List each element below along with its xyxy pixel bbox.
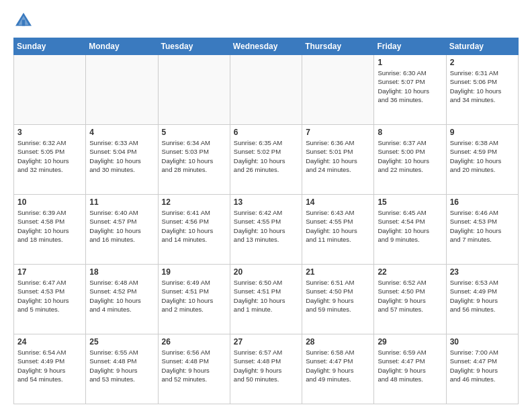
day-info: Sunrise: 6:59 AM Sunset: 4:47 PM Dayligh… <box>378 348 442 383</box>
day-info: Sunrise: 6:30 AM Sunset: 5:07 PM Dayligh… <box>378 68 442 104</box>
day-cell-26: 26Sunrise: 6:56 AM Sunset: 4:48 PM Dayli… <box>158 334 230 404</box>
day-number: 14 <box>306 197 370 207</box>
day-info: Sunrise: 6:45 AM Sunset: 4:54 PM Dayligh… <box>378 208 442 244</box>
day-number: 7 <box>306 128 370 137</box>
day-info: Sunrise: 6:41 AM Sunset: 4:56 PM Dayligh… <box>162 208 226 244</box>
day-info: Sunrise: 6:33 AM Sunset: 5:04 PM Dayligh… <box>89 138 154 174</box>
weekday-header-sunday: Sunday <box>14 38 86 55</box>
weekday-header-friday: Friday <box>374 38 446 55</box>
day-cell-10: 10Sunrise: 6:39 AM Sunset: 4:58 PM Dayli… <box>14 195 86 265</box>
day-cell-13: 13Sunrise: 6:42 AM Sunset: 4:55 PM Dayli… <box>230 195 302 265</box>
day-info: Sunrise: 6:58 AM Sunset: 4:47 PM Dayligh… <box>306 348 370 383</box>
day-cell-20: 20Sunrise: 6:50 AM Sunset: 4:51 PM Dayli… <box>230 265 302 334</box>
day-cell-28: 28Sunrise: 6:58 AM Sunset: 4:47 PM Dayli… <box>302 334 374 404</box>
day-cell-6: 6Sunrise: 6:35 AM Sunset: 5:02 PM Daylig… <box>230 125 302 195</box>
day-info: Sunrise: 6:47 AM Sunset: 4:53 PM Dayligh… <box>17 278 82 314</box>
day-number: 5 <box>162 128 226 137</box>
empty-cell <box>14 55 86 125</box>
weekday-header-monday: Monday <box>86 38 158 55</box>
day-number: 17 <box>17 267 82 277</box>
day-number: 28 <box>306 337 370 347</box>
week-row-1: 1Sunrise: 6:30 AM Sunset: 5:07 PM Daylig… <box>14 55 519 125</box>
week-row-2: 3Sunrise: 6:32 AM Sunset: 5:05 PM Daylig… <box>14 125 519 195</box>
day-cell-19: 19Sunrise: 6:49 AM Sunset: 4:51 PM Dayli… <box>158 265 230 334</box>
day-cell-27: 27Sunrise: 6:57 AM Sunset: 4:48 PM Dayli… <box>230 334 302 404</box>
day-cell-24: 24Sunrise: 6:54 AM Sunset: 4:49 PM Dayli… <box>14 334 86 404</box>
day-number: 20 <box>234 267 298 277</box>
weekday-header-tuesday: Tuesday <box>158 38 230 55</box>
day-number: 6 <box>234 128 298 137</box>
logo-icon <box>13 11 34 31</box>
day-number: 9 <box>450 128 515 137</box>
day-info: Sunrise: 6:39 AM Sunset: 4:58 PM Dayligh… <box>17 208 82 244</box>
day-info: Sunrise: 6:35 AM Sunset: 5:02 PM Dayligh… <box>234 138 298 174</box>
day-info: Sunrise: 6:56 AM Sunset: 4:48 PM Dayligh… <box>162 348 226 383</box>
day-cell-29: 29Sunrise: 6:59 AM Sunset: 4:47 PM Dayli… <box>374 334 446 404</box>
day-cell-22: 22Sunrise: 6:52 AM Sunset: 4:50 PM Dayli… <box>374 265 446 334</box>
day-info: Sunrise: 6:51 AM Sunset: 4:50 PM Dayligh… <box>306 278 370 314</box>
day-info: Sunrise: 6:38 AM Sunset: 4:59 PM Dayligh… <box>450 138 515 174</box>
weekday-header-saturday: Saturday <box>446 38 518 55</box>
day-info: Sunrise: 6:48 AM Sunset: 4:52 PM Dayligh… <box>89 278 154 314</box>
day-number: 1 <box>378 58 442 67</box>
week-row-3: 10Sunrise: 6:39 AM Sunset: 4:58 PM Dayli… <box>14 195 519 265</box>
day-info: Sunrise: 6:34 AM Sunset: 5:03 PM Dayligh… <box>162 138 226 174</box>
day-number: 12 <box>162 197 226 207</box>
day-number: 19 <box>162 267 226 277</box>
day-number: 26 <box>162 337 226 347</box>
day-number: 2 <box>450 58 515 67</box>
day-number: 3 <box>17 128 82 137</box>
empty-cell <box>86 55 158 125</box>
day-cell-17: 17Sunrise: 6:47 AM Sunset: 4:53 PM Dayli… <box>14 265 86 334</box>
day-number: 11 <box>89 197 154 207</box>
day-cell-30: 30Sunrise: 7:00 AM Sunset: 4:47 PM Dayli… <box>446 334 518 404</box>
day-number: 25 <box>89 337 154 347</box>
day-number: 10 <box>17 197 82 207</box>
day-cell-9: 9Sunrise: 6:38 AM Sunset: 4:59 PM Daylig… <box>446 125 518 195</box>
weekday-header-thursday: Thursday <box>302 38 374 55</box>
day-number: 23 <box>450 267 515 277</box>
day-number: 29 <box>378 337 442 347</box>
day-number: 15 <box>378 197 442 207</box>
weekday-header-row: SundayMondayTuesdayWednesdayThursdayFrid… <box>14 38 519 55</box>
week-row-5: 24Sunrise: 6:54 AM Sunset: 4:49 PM Dayli… <box>14 334 519 404</box>
day-info: Sunrise: 6:53 AM Sunset: 4:49 PM Dayligh… <box>450 278 515 314</box>
day-info: Sunrise: 6:36 AM Sunset: 5:01 PM Dayligh… <box>306 138 370 174</box>
day-info: Sunrise: 6:46 AM Sunset: 4:53 PM Dayligh… <box>450 208 515 244</box>
day-cell-12: 12Sunrise: 6:41 AM Sunset: 4:56 PM Dayli… <box>158 195 230 265</box>
calendar-table: SundayMondayTuesdayWednesdayThursdayFrid… <box>13 38 519 404</box>
day-info: Sunrise: 6:32 AM Sunset: 5:05 PM Dayligh… <box>17 138 82 174</box>
logo <box>13 11 36 31</box>
day-number: 4 <box>89 128 154 137</box>
day-cell-25: 25Sunrise: 6:55 AM Sunset: 4:48 PM Dayli… <box>86 334 158 404</box>
day-info: Sunrise: 6:57 AM Sunset: 4:48 PM Dayligh… <box>234 348 298 383</box>
day-cell-5: 5Sunrise: 6:34 AM Sunset: 5:03 PM Daylig… <box>158 125 230 195</box>
day-number: 30 <box>450 337 515 347</box>
day-cell-23: 23Sunrise: 6:53 AM Sunset: 4:49 PM Dayli… <box>446 265 518 334</box>
day-info: Sunrise: 6:43 AM Sunset: 4:55 PM Dayligh… <box>306 208 370 244</box>
day-info: Sunrise: 6:37 AM Sunset: 5:00 PM Dayligh… <box>378 138 442 174</box>
day-info: Sunrise: 6:52 AM Sunset: 4:50 PM Dayligh… <box>378 278 442 314</box>
day-cell-2: 2Sunrise: 6:31 AM Sunset: 5:06 PM Daylig… <box>446 55 518 125</box>
day-info: Sunrise: 7:00 AM Sunset: 4:47 PM Dayligh… <box>450 348 515 383</box>
empty-cell <box>302 55 374 125</box>
day-info: Sunrise: 6:50 AM Sunset: 4:51 PM Dayligh… <box>234 278 298 314</box>
header <box>13 11 519 31</box>
day-cell-1: 1Sunrise: 6:30 AM Sunset: 5:07 PM Daylig… <box>374 55 446 125</box>
day-info: Sunrise: 6:42 AM Sunset: 4:55 PM Dayligh… <box>234 208 298 244</box>
day-cell-16: 16Sunrise: 6:46 AM Sunset: 4:53 PM Dayli… <box>446 195 518 265</box>
day-number: 27 <box>234 337 298 347</box>
day-number: 18 <box>89 267 154 277</box>
day-cell-11: 11Sunrise: 6:40 AM Sunset: 4:57 PM Dayli… <box>86 195 158 265</box>
weekday-header-wednesday: Wednesday <box>230 38 302 55</box>
day-info: Sunrise: 6:54 AM Sunset: 4:49 PM Dayligh… <box>17 348 82 383</box>
day-number: 21 <box>306 267 370 277</box>
day-cell-3: 3Sunrise: 6:32 AM Sunset: 5:05 PM Daylig… <box>14 125 86 195</box>
page: SundayMondayTuesdayWednesdayThursdayFrid… <box>0 0 532 411</box>
day-number: 13 <box>234 197 298 207</box>
day-number: 22 <box>378 267 442 277</box>
day-info: Sunrise: 6:55 AM Sunset: 4:48 PM Dayligh… <box>89 348 154 383</box>
day-cell-18: 18Sunrise: 6:48 AM Sunset: 4:52 PM Dayli… <box>86 265 158 334</box>
day-info: Sunrise: 6:49 AM Sunset: 4:51 PM Dayligh… <box>162 278 226 314</box>
week-row-4: 17Sunrise: 6:47 AM Sunset: 4:53 PM Dayli… <box>14 265 519 334</box>
